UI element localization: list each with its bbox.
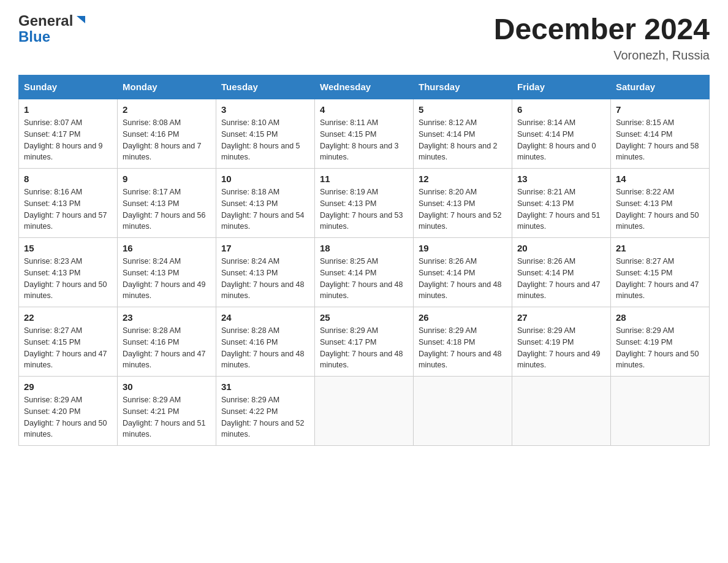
svg-marker-0	[77, 16, 85, 23]
day-info: Sunrise: 8:19 AMSunset: 4:13 PMDaylight:…	[320, 188, 403, 231]
day-info: Sunrise: 8:25 AMSunset: 4:14 PMDaylight:…	[320, 257, 403, 300]
day-info: Sunrise: 8:08 AMSunset: 4:16 PMDaylight:…	[123, 118, 202, 161]
day-number: 18	[320, 243, 408, 253]
table-row: 31 Sunrise: 8:29 AMSunset: 4:22 PMDaylig…	[216, 377, 315, 446]
day-info: Sunrise: 8:10 AMSunset: 4:15 PMDaylight:…	[221, 118, 300, 161]
day-number: 11	[320, 174, 408, 184]
day-number: 25	[320, 312, 408, 323]
table-row: 13 Sunrise: 8:21 AMSunset: 4:13 PMDaylig…	[512, 169, 611, 238]
logo-line1: General	[18, 12, 88, 29]
table-row: 27 Sunrise: 8:29 AMSunset: 4:19 PMDaylig…	[512, 307, 611, 377]
day-info: Sunrise: 8:27 AMSunset: 4:15 PMDaylight:…	[616, 257, 699, 300]
logo-general-text: General	[18, 12, 73, 29]
day-info: Sunrise: 8:28 AMSunset: 4:16 PMDaylight:…	[123, 326, 206, 369]
day-info: Sunrise: 8:11 AMSunset: 4:15 PMDaylight:…	[320, 118, 399, 161]
table-row: 17 Sunrise: 8:24 AMSunset: 4:13 PMDaylig…	[216, 238, 315, 307]
logo: General Blue	[18, 12, 88, 45]
day-number: 28	[616, 312, 704, 323]
table-row	[315, 377, 414, 446]
day-number: 10	[221, 174, 309, 184]
page-header: General Blue December 2024 Voronezh, Rus…	[18, 12, 710, 63]
day-info: Sunrise: 8:28 AMSunset: 4:16 PMDaylight:…	[221, 326, 305, 369]
day-number: 12	[419, 174, 507, 184]
day-number: 9	[123, 174, 211, 184]
table-row: 21 Sunrise: 8:27 AMSunset: 4:15 PMDaylig…	[611, 238, 710, 307]
header-saturday: Saturday	[611, 75, 710, 99]
day-info: Sunrise: 8:22 AMSunset: 4:13 PMDaylight:…	[616, 188, 699, 231]
day-number: 30	[123, 381, 211, 392]
header-wednesday: Wednesday	[315, 75, 414, 99]
table-row: 16 Sunrise: 8:24 AMSunset: 4:13 PMDaylig…	[118, 238, 216, 307]
header-thursday: Thursday	[414, 75, 512, 99]
calendar-week-row: 22 Sunrise: 8:27 AMSunset: 4:15 PMDaylig…	[19, 307, 710, 377]
table-row: 20 Sunrise: 8:26 AMSunset: 4:14 PMDaylig…	[512, 238, 611, 307]
table-row: 2 Sunrise: 8:08 AMSunset: 4:16 PMDayligh…	[118, 99, 216, 169]
day-info: Sunrise: 8:29 AMSunset: 4:19 PMDaylight:…	[616, 326, 699, 369]
table-row	[512, 377, 611, 446]
day-info: Sunrise: 8:29 AMSunset: 4:20 PMDaylight:…	[24, 396, 107, 439]
table-row: 5 Sunrise: 8:12 AMSunset: 4:14 PMDayligh…	[414, 99, 512, 169]
logo-blue-text: Blue	[18, 28, 50, 45]
table-row: 22 Sunrise: 8:27 AMSunset: 4:15 PMDaylig…	[19, 307, 118, 377]
title-block: December 2024 Voronezh, Russia	[494, 12, 710, 63]
table-row: 8 Sunrise: 8:16 AMSunset: 4:13 PMDayligh…	[19, 169, 118, 238]
day-info: Sunrise: 8:24 AMSunset: 4:13 PMDaylight:…	[123, 257, 206, 300]
table-row: 3 Sunrise: 8:10 AMSunset: 4:15 PMDayligh…	[216, 99, 315, 169]
table-row: 18 Sunrise: 8:25 AMSunset: 4:14 PMDaylig…	[315, 238, 414, 307]
day-info: Sunrise: 8:29 AMSunset: 4:18 PMDaylight:…	[419, 326, 502, 369]
calendar-week-row: 8 Sunrise: 8:16 AMSunset: 4:13 PMDayligh…	[19, 169, 710, 238]
day-info: Sunrise: 8:20 AMSunset: 4:13 PMDaylight:…	[419, 188, 502, 231]
day-number: 7	[616, 104, 704, 115]
calendar-week-row: 29 Sunrise: 8:29 AMSunset: 4:20 PMDaylig…	[19, 377, 710, 446]
day-info: Sunrise: 8:17 AMSunset: 4:13 PMDaylight:…	[123, 188, 206, 231]
table-row: 1 Sunrise: 8:07 AMSunset: 4:17 PMDayligh…	[19, 99, 118, 169]
day-number: 20	[517, 243, 605, 253]
day-info: Sunrise: 8:18 AMSunset: 4:13 PMDaylight:…	[221, 188, 305, 231]
table-row: 14 Sunrise: 8:22 AMSunset: 4:13 PMDaylig…	[611, 169, 710, 238]
day-info: Sunrise: 8:15 AMSunset: 4:14 PMDaylight:…	[616, 118, 699, 161]
day-number: 5	[419, 104, 507, 115]
day-number: 8	[24, 174, 112, 184]
table-row: 6 Sunrise: 8:14 AMSunset: 4:14 PMDayligh…	[512, 99, 611, 169]
table-row: 4 Sunrise: 8:11 AMSunset: 4:15 PMDayligh…	[315, 99, 414, 169]
day-info: Sunrise: 8:21 AMSunset: 4:13 PMDaylight:…	[517, 188, 601, 231]
subtitle: Voronezh, Russia	[494, 48, 710, 63]
table-row: 7 Sunrise: 8:15 AMSunset: 4:14 PMDayligh…	[611, 99, 710, 169]
table-row: 11 Sunrise: 8:19 AMSunset: 4:13 PMDaylig…	[315, 169, 414, 238]
day-number: 24	[221, 312, 309, 323]
day-info: Sunrise: 8:29 AMSunset: 4:17 PMDaylight:…	[320, 326, 403, 369]
calendar-week-row: 1 Sunrise: 8:07 AMSunset: 4:17 PMDayligh…	[19, 99, 710, 169]
day-number: 22	[24, 312, 112, 323]
day-number: 27	[517, 312, 605, 323]
header-tuesday: Tuesday	[216, 75, 315, 99]
table-row: 9 Sunrise: 8:17 AMSunset: 4:13 PMDayligh…	[118, 169, 216, 238]
day-number: 16	[123, 243, 211, 253]
day-info: Sunrise: 8:14 AMSunset: 4:14 PMDaylight:…	[517, 118, 596, 161]
table-row: 26 Sunrise: 8:29 AMSunset: 4:18 PMDaylig…	[414, 307, 512, 377]
table-row: 15 Sunrise: 8:23 AMSunset: 4:13 PMDaylig…	[19, 238, 118, 307]
day-number: 17	[221, 243, 309, 253]
day-number: 29	[24, 381, 112, 392]
day-number: 6	[517, 104, 605, 115]
day-info: Sunrise: 8:23 AMSunset: 4:13 PMDaylight:…	[24, 257, 107, 300]
table-row: 28 Sunrise: 8:29 AMSunset: 4:19 PMDaylig…	[611, 307, 710, 377]
day-info: Sunrise: 8:27 AMSunset: 4:15 PMDaylight:…	[24, 326, 107, 369]
header-sunday: Sunday	[19, 75, 118, 99]
table-row	[611, 377, 710, 446]
day-info: Sunrise: 8:29 AMSunset: 4:19 PMDaylight:…	[517, 326, 601, 369]
day-info: Sunrise: 8:07 AMSunset: 4:17 PMDaylight:…	[24, 118, 103, 161]
table-row	[414, 377, 512, 446]
day-info: Sunrise: 8:16 AMSunset: 4:13 PMDaylight:…	[24, 188, 107, 231]
day-info: Sunrise: 8:24 AMSunset: 4:13 PMDaylight:…	[221, 257, 305, 300]
calendar-week-row: 15 Sunrise: 8:23 AMSunset: 4:13 PMDaylig…	[19, 238, 710, 307]
day-info: Sunrise: 8:26 AMSunset: 4:14 PMDaylight:…	[419, 257, 502, 300]
logo-arrow-icon	[74, 13, 88, 27]
day-number: 31	[221, 381, 309, 392]
day-info: Sunrise: 8:12 AMSunset: 4:14 PMDaylight:…	[419, 118, 498, 161]
day-number: 19	[419, 243, 507, 253]
table-row: 24 Sunrise: 8:28 AMSunset: 4:16 PMDaylig…	[216, 307, 315, 377]
day-info: Sunrise: 8:26 AMSunset: 4:14 PMDaylight:…	[517, 257, 601, 300]
day-info: Sunrise: 8:29 AMSunset: 4:22 PMDaylight:…	[221, 396, 305, 439]
day-number: 15	[24, 243, 112, 253]
main-title: December 2024	[494, 12, 710, 46]
